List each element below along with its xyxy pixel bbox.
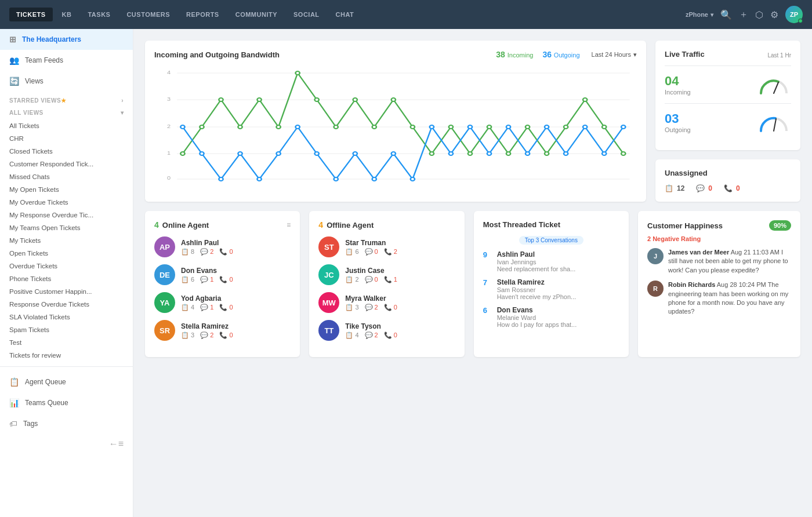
all-views-section[interactable]: ALL VIEWS ▾ — [0, 106, 133, 119]
svg-point-40 — [295, 125, 299, 129]
sidebar-link-all-tickets[interactable]: All Tickets — [0, 119, 133, 132]
agent-stella-ramirez: SR Stella Ramirez 📋 3 💬 2 📞 0 — [154, 320, 291, 341]
nav-tab-tasks[interactable]: TASKS — [81, 8, 117, 21]
online-agents-menu-icon[interactable]: ≡ — [287, 221, 291, 229]
sidebar-link-customer-responded[interactable]: Customer Responded Tick... — [0, 158, 133, 170]
svg-point-50 — [487, 152, 491, 155]
svg-point-53 — [545, 125, 549, 129]
agent-stats-tike: 📋 4 💬 2 📞 0 — [345, 332, 455, 339]
online-agents-card: 4 Online Agent ≡ AP Ashlin Paul 📋 8 💬 2 … — [145, 211, 300, 357]
sidebar-link-chr[interactable]: CHR — [0, 132, 133, 145]
zphone-selector[interactable]: zPhone ▾ — [686, 11, 713, 18]
sidebar-link-missed-chats[interactable]: Missed Chats — [0, 170, 133, 183]
review-avatar-0: J — [647, 248, 664, 264]
agent-name-don: Don Evans — [181, 267, 291, 275]
chevron-down-icon: ▾ — [121, 110, 124, 116]
sidebar-link-my-overdue-tickets[interactable]: My Overdue Tickets — [0, 196, 133, 209]
sidebar-link-tickets-for-review[interactable]: Tickets for review — [0, 349, 133, 362]
sidebar-link-overdue-tickets[interactable]: Overdue Tickets — [0, 260, 133, 272]
thread-name-0: Ashlin Paul — [497, 250, 619, 258]
sidebar-link-open-tickets[interactable]: Open Tickets — [0, 247, 133, 260]
sidebar-item-views[interactable]: 🔄 Views — [0, 71, 133, 92]
agent-name-stella: Stella Ramirez — [181, 322, 291, 330]
nav-tab-reports[interactable]: REPORTS — [179, 8, 226, 21]
svg-point-21 — [392, 98, 396, 101]
live-traffic-title: Live Traffic — [665, 50, 705, 59]
agent-stats-justin: 📋 2 💬 0 📞 1 — [345, 276, 455, 283]
live-outgoing-label: Outgoing — [665, 126, 691, 133]
sidebar-item-team-feeds[interactable]: 👥 Team Feeds — [0, 50, 133, 71]
sidebar-item-headquarters[interactable]: ⊞ The Headquarters — [0, 29, 133, 50]
sidebar-link-my-open-tickets[interactable]: My Open Tickets — [0, 183, 133, 196]
svg-point-32 — [602, 125, 606, 129]
sidebar-link-spam-tickets[interactable]: Spam Tickets — [0, 323, 133, 336]
review-date-0: Aug 21 11:03 AM — [731, 249, 780, 256]
nav-tab-community[interactable]: COMMUNITY — [229, 8, 284, 21]
svg-point-12 — [219, 98, 223, 101]
unassigned-phone-count: 0 — [736, 184, 740, 192]
sidebar-item-tags-label: Tags — [23, 420, 38, 428]
agent-info-stella: Stella Ramirez 📋 3 💬 2 📞 0 — [181, 322, 291, 339]
collapse-sidebar-button[interactable]: ←≡ — [0, 434, 133, 454]
agent-avatar-myra: MW — [318, 292, 339, 313]
nav-tab-customers[interactable]: CUSTOMERS — [119, 8, 177, 21]
settings-icon[interactable]: ⚙ — [770, 9, 778, 20]
svg-point-17 — [315, 98, 319, 101]
sidebar-link-closed-tickets[interactable]: Closed Tickets — [0, 145, 133, 158]
svg-point-48 — [449, 152, 453, 155]
svg-point-47 — [430, 125, 434, 129]
agent-name-star: Star Truman — [345, 239, 455, 247]
review-item-0: J James van der Meer Aug 21 11:03 AM I s… — [647, 248, 791, 275]
sidebar-item-agent-queue-label: Agent Queue — [25, 378, 66, 386]
share-icon[interactable]: ⬡ — [755, 9, 763, 20]
sidebar-link-my-tickets[interactable]: My Tickets — [0, 234, 133, 247]
svg-point-26 — [487, 125, 491, 129]
thread-subname-0: Ivan Jennings — [497, 258, 619, 265]
svg-point-14 — [257, 98, 261, 101]
nav-tab-kb[interactable]: KB — [55, 8, 79, 21]
thread-item-1: 7 Stella Ramirez Sam Rossner Haven't rec… — [483, 278, 619, 300]
agent-name-ashlin: Ashlin Paul — [181, 239, 291, 247]
thread-info-0: Ashlin Paul Ivan Jennings Need replaceme… — [497, 250, 619, 272]
nav-tab-chat[interactable]: CHAT — [329, 8, 361, 21]
online-agents-count: 4 — [154, 220, 159, 230]
chart-filter-button[interactable]: Last 24 Hours ▾ — [592, 51, 637, 59]
sidebar-item-teams-queue[interactable]: 📊 Teams Queue — [0, 392, 133, 413]
sidebar-link-positive-customer[interactable]: Positive Customer Happin... — [0, 285, 133, 298]
thread-count-1: 7 — [483, 278, 492, 287]
svg-point-37 — [238, 152, 242, 155]
nav-tab-tickets[interactable]: TICKETS — [9, 8, 53, 21]
main-content: Incoming and Outgoing Bandwidth 38 Incom… — [133, 29, 812, 517]
sidebar-link-my-response-overdue[interactable]: My Response Overdue Tic... — [0, 209, 133, 221]
avatar[interactable]: ZP — [785, 6, 803, 23]
unassigned-counts: 📋 12 💬 0 📞 0 — [665, 184, 791, 192]
sidebar-item-views-label: Views — [25, 77, 44, 85]
live-incoming-metric: 04 Incoming — [665, 73, 791, 96]
sidebar-link-response-overdue[interactable]: Response Overdue Tickets — [0, 298, 133, 311]
thread-item-2: 6 Don Evans Melanie Ward How do I pay fo… — [483, 306, 619, 328]
sidebar-link-test[interactable]: Test — [0, 336, 133, 349]
starred-views-section: STARRED VIEWS ★ › — [0, 92, 133, 106]
sidebar-item-tags[interactable]: 🏷 Tags — [0, 413, 133, 434]
svg-point-57 — [621, 125, 625, 129]
top-section: Incoming and Outgoing Bandwidth 38 Incom… — [145, 41, 800, 202]
svg-point-15 — [276, 125, 280, 129]
sidebar-link-my-teams-open[interactable]: My Teams Open Tickets — [0, 221, 133, 234]
svg-point-20 — [372, 125, 376, 129]
search-icon[interactable]: 🔍 — [720, 9, 732, 20]
sidebar-item-agent-queue[interactable]: 📋 Agent Queue — [0, 372, 133, 392]
review-name-0: James van der Meer — [668, 249, 729, 256]
nav-tab-social[interactable]: SOCIAL — [287, 8, 327, 21]
sidebar-link-phone-tickets[interactable]: Phone Tickets — [0, 272, 133, 285]
sidebar-link-sla-violated[interactable]: SLA Violated Tickets — [0, 311, 133, 323]
svg-point-24 — [449, 125, 453, 129]
thread-preview-1: Haven't receive my zPhon... — [497, 293, 619, 300]
agent-info-tike: Tike Tyson 📋 4 💬 2 📞 0 — [345, 322, 455, 339]
plus-icon[interactable]: ＋ — [739, 9, 748, 21]
svg-point-43 — [353, 152, 357, 155]
nav-tabs: TICKETS KB TASKS CUSTOMERS REPORTS COMMU… — [9, 8, 686, 21]
chart-header: Incoming and Outgoing Bandwidth 38 Incom… — [154, 50, 637, 59]
unassigned-chats: 💬 0 — [696, 184, 712, 192]
svg-point-16 — [295, 71, 299, 75]
online-agents-label: Online Agent — [162, 221, 209, 230]
